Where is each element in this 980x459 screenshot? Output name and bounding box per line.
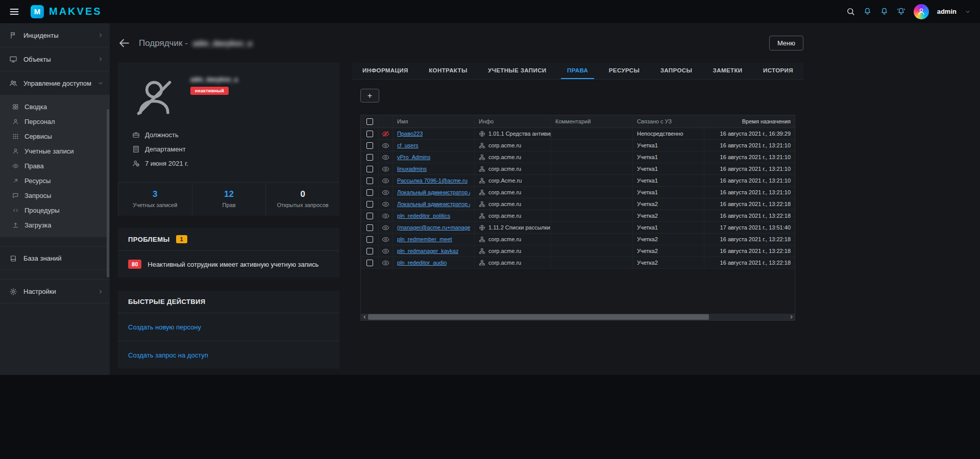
eye-icon[interactable] bbox=[382, 236, 389, 243]
sidebar-item-objects[interactable]: Объекты bbox=[0, 47, 110, 71]
alerts-bell-icon[interactable] bbox=[880, 7, 889, 16]
rights-stat[interactable]: 12 Прав bbox=[192, 183, 266, 216]
row-checkbox[interactable] bbox=[366, 260, 373, 266]
linked-account-cell: Учетка2 bbox=[632, 210, 704, 221]
sidebar-subitem-upload[interactable]: Загрузка bbox=[0, 218, 110, 233]
eye-crossed-icon[interactable] bbox=[382, 130, 389, 138]
sidebar-subitem-procedures[interactable]: Процедуры bbox=[0, 203, 110, 218]
main-content: Подрядчик - adm_davykov_a Меню adm_davyk… bbox=[110, 23, 980, 375]
tab-information[interactable]: ИНФОРМАЦИЯ bbox=[356, 63, 414, 79]
domain-icon bbox=[479, 166, 485, 172]
eye-icon[interactable] bbox=[382, 142, 389, 149]
row-checkbox[interactable] bbox=[366, 213, 373, 219]
row-name-link[interactable]: cf_users bbox=[397, 142, 419, 148]
search-icon[interactable] bbox=[846, 7, 855, 16]
person-icon bbox=[12, 148, 19, 155]
column-header-comment: Комментарий bbox=[551, 115, 632, 128]
row-name-link[interactable]: pln_rededitor_politics bbox=[397, 213, 450, 219]
row-checkbox[interactable] bbox=[366, 189, 373, 196]
sidebar-subitem-label: Ресурсы bbox=[24, 177, 103, 185]
row-checkbox[interactable] bbox=[366, 248, 373, 254]
tab-accounts[interactable]: УЧЕТНЫЕ ЗАПИСИ bbox=[482, 63, 552, 79]
row-checkbox[interactable] bbox=[366, 224, 373, 231]
table-horizontal-scrollbar[interactable] bbox=[361, 314, 795, 320]
row-name-link[interactable]: Рассылка 7096-1@acme.ru bbox=[397, 177, 468, 184]
row-checkbox[interactable] bbox=[366, 154, 373, 161]
row-name-link[interactable]: Локальный администратор АР... bbox=[397, 189, 470, 195]
comment-cell bbox=[551, 187, 632, 198]
tab-rights[interactable]: ПРАВА bbox=[561, 63, 594, 79]
row-name-link[interactable]: Локальный администратор АР... bbox=[397, 201, 470, 207]
tab-contracts[interactable]: КОНТРАКТЫ bbox=[423, 63, 473, 79]
user-menu-chevron-icon[interactable] bbox=[965, 9, 971, 15]
sidebar-subitem-accounts[interactable]: Учетные записи bbox=[0, 144, 110, 159]
eye-icon[interactable] bbox=[382, 154, 389, 161]
notifications-bell-icon[interactable] bbox=[863, 7, 872, 16]
row-name-link[interactable]: vPro_Admins bbox=[397, 154, 430, 160]
tab-label: ПРАВА bbox=[567, 67, 588, 73]
accounts-stat[interactable]: 3 Учетных записей bbox=[118, 183, 192, 216]
row-name-link[interactable]: pln_redmember_meet bbox=[397, 236, 452, 242]
eye-icon[interactable] bbox=[382, 200, 389, 208]
problems-card: ПРОБЛЕМЫ 1 80 Неактивный сотрудник имеет… bbox=[118, 228, 339, 277]
row-checkbox[interactable] bbox=[366, 166, 373, 172]
add-right-button[interactable]: + bbox=[360, 89, 379, 103]
hamburger-menu-icon[interactable] bbox=[9, 7, 19, 17]
stat-value: 12 bbox=[195, 189, 263, 199]
sidebar-subitem-requests[interactable]: Запросы bbox=[0, 188, 110, 203]
ringing-bell-icon[interactable] bbox=[897, 7, 905, 16]
sidebar-subitem-label: Загрузка bbox=[24, 221, 103, 229]
eye-icon[interactable] bbox=[382, 165, 389, 173]
tab-requests[interactable]: ЗАПРОСЫ bbox=[654, 63, 698, 79]
sidebar-subitem-summary[interactable]: Сводка bbox=[0, 99, 110, 114]
gear-icon bbox=[9, 288, 17, 296]
sidebar-item-incidents[interactable]: Инциденты bbox=[0, 23, 110, 47]
brand-logo[interactable]: M MAKVES bbox=[31, 5, 102, 18]
open-requests-stat[interactable]: 0 Открытых запросов bbox=[265, 183, 339, 216]
sidebar-item-settings[interactable]: Настройки bbox=[0, 279, 110, 303]
linked-account-cell: Учетка2 bbox=[632, 234, 704, 245]
row-checkbox[interactable] bbox=[366, 201, 373, 208]
row-name-link[interactable]: pln_redmanager_kavkaz bbox=[397, 248, 458, 254]
sidebar-item-knowledge-base[interactable]: База знаний bbox=[0, 246, 110, 270]
row-checkbox[interactable] bbox=[366, 131, 373, 137]
tab-history[interactable]: ИСТОРИЯ bbox=[757, 63, 799, 79]
eye-icon[interactable] bbox=[382, 212, 389, 220]
sidebar-subitem-resources[interactable]: Ресурсы bbox=[0, 173, 110, 188]
sidebar-subitem-services[interactable]: Сервисы bbox=[0, 129, 110, 144]
info-text: corp.acme.ru bbox=[488, 189, 521, 195]
problem-row[interactable]: 80 Неактивный сотрудник имеет активную у… bbox=[118, 251, 339, 277]
scroll-right-arrow-icon[interactable] bbox=[788, 314, 795, 320]
row-checkbox[interactable] bbox=[366, 177, 373, 184]
eye-icon[interactable] bbox=[382, 177, 389, 185]
tab-label: ИСТОРИЯ bbox=[763, 67, 793, 73]
sidebar-scrollbar-thumb[interactable] bbox=[107, 109, 109, 277]
create-access-request-link[interactable]: Создать запрос на доступ bbox=[128, 351, 208, 359]
row-checkbox[interactable] bbox=[366, 142, 373, 149]
eye-icon[interactable] bbox=[382, 224, 389, 232]
eye-icon[interactable] bbox=[382, 247, 389, 255]
tab-resources[interactable]: РЕСУРСЫ bbox=[603, 63, 646, 79]
tab-notes[interactable]: ЗАМЕТКИ bbox=[707, 63, 749, 79]
row-name-link[interactable]: Право223 bbox=[397, 131, 423, 137]
back-arrow-icon[interactable] bbox=[118, 37, 131, 49]
create-person-link[interactable]: Создать новую персону bbox=[128, 323, 201, 331]
menu-button[interactable]: Меню bbox=[769, 36, 803, 50]
linked-account-cell: Учетка1 bbox=[632, 187, 704, 198]
sidebar-item-access-management[interactable]: Управление доступом bbox=[0, 71, 110, 95]
sidebar-subitem-personnel[interactable]: Персонал bbox=[0, 114, 110, 129]
row-name-link[interactable]: pln_rededitor_audio bbox=[397, 260, 447, 266]
row-name-link[interactable]: linuxadmins bbox=[397, 166, 427, 172]
table-row: cf_users corp.acme.ru Учетка1 16 авгус bbox=[361, 140, 795, 151]
scroll-left-arrow-icon[interactable] bbox=[361, 314, 368, 320]
row-name-link[interactable]: (manager@acme.ru+manager... bbox=[397, 224, 470, 231]
scrollbar-thumb[interactable] bbox=[368, 314, 709, 320]
user-avatar[interactable] bbox=[914, 4, 929, 19]
sidebar-subitem-rights[interactable]: Права bbox=[0, 159, 110, 173]
select-all-checkbox[interactable] bbox=[366, 118, 373, 125]
eye-icon[interactable] bbox=[382, 259, 389, 267]
eye-icon[interactable] bbox=[382, 189, 389, 196]
domain-icon bbox=[479, 142, 485, 149]
row-checkbox[interactable] bbox=[366, 236, 373, 243]
domain-icon bbox=[479, 154, 485, 161]
